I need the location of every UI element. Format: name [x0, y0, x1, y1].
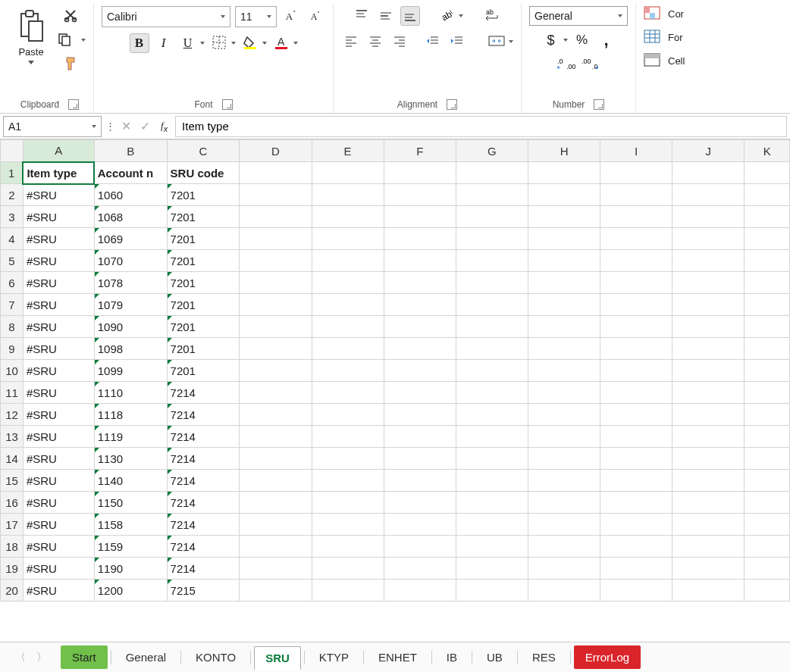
cell[interactable]	[384, 272, 456, 294]
decrease-decimal-button[interactable]: .00.0	[581, 55, 600, 74]
cell[interactable]	[240, 558, 312, 580]
column-header[interactable]: A	[23, 140, 94, 162]
cell[interactable]	[600, 580, 672, 602]
cut-button[interactable]	[61, 6, 80, 26]
cell[interactable]	[384, 558, 456, 580]
cell[interactable]	[384, 162, 456, 184]
cell[interactable]: 1118	[94, 404, 167, 426]
copy-button[interactable]	[55, 30, 74, 50]
cell[interactable]	[672, 360, 745, 382]
sheet-tab[interactable]: KTYP	[308, 645, 360, 669]
cell[interactable]	[312, 360, 384, 382]
orientation-button[interactable]: ab	[437, 6, 456, 26]
cell[interactable]: 7215	[167, 580, 240, 602]
cell[interactable]	[672, 162, 745, 184]
row-header[interactable]: 6	[1, 272, 24, 294]
cell[interactable]	[528, 448, 600, 470]
cell[interactable]	[384, 250, 456, 272]
font-color-button[interactable]: A	[271, 33, 291, 53]
cell[interactable]: 7214	[167, 470, 240, 492]
cell[interactable]	[456, 184, 528, 206]
cell[interactable]: #SRU	[23, 250, 94, 272]
column-header[interactable]: C	[167, 140, 240, 162]
cell[interactable]	[456, 426, 528, 448]
row-header[interactable]: 3	[1, 206, 24, 228]
cell[interactable]	[672, 206, 745, 228]
cell[interactable]	[745, 470, 790, 492]
cell[interactable]	[745, 360, 790, 382]
cell[interactable]	[672, 338, 745, 360]
cell[interactable]	[456, 228, 528, 250]
cell[interactable]: 1119	[94, 426, 167, 448]
cell[interactable]	[240, 536, 312, 558]
cell[interactable]	[600, 448, 672, 470]
align-right-button[interactable]	[390, 32, 409, 52]
cell[interactable]	[384, 360, 456, 382]
cell[interactable]	[240, 294, 312, 316]
cell[interactable]	[745, 514, 790, 536]
cell[interactable]: #SRU	[23, 536, 94, 558]
cell[interactable]	[600, 206, 672, 228]
cell[interactable]	[384, 404, 456, 426]
enter-icon[interactable]: ✓	[137, 119, 153, 133]
cell[interactable]	[312, 338, 384, 360]
cell[interactable]: 1090	[94, 316, 167, 338]
row-header[interactable]: 4	[1, 228, 24, 250]
cell[interactable]: #SRU	[23, 514, 94, 536]
cell[interactable]	[528, 404, 600, 426]
cell[interactable]	[456, 448, 528, 470]
cell[interactable]: 7214	[167, 448, 240, 470]
conditional-formatting-button[interactable]: Cor	[644, 6, 684, 22]
cell[interactable]	[672, 580, 745, 602]
cell[interactable]	[240, 470, 312, 492]
chevron-down-icon[interactable]	[459, 14, 463, 17]
cell[interactable]: 7201	[167, 316, 240, 338]
cell[interactable]	[600, 426, 672, 448]
cell[interactable]	[745, 228, 790, 250]
fx-icon[interactable]: fx	[156, 120, 172, 133]
column-header[interactable]: G	[456, 140, 528, 162]
row-header[interactable]: 8	[1, 316, 24, 338]
increase-font-button[interactable]: A˄	[281, 7, 301, 27]
cell[interactable]	[384, 294, 456, 316]
cell[interactable]	[745, 338, 790, 360]
cell[interactable]: 7214	[167, 404, 240, 426]
cell[interactable]	[240, 382, 312, 404]
cell[interactable]: 1060	[94, 184, 167, 206]
dialog-launcher-icon[interactable]	[447, 99, 457, 110]
cell[interactable]	[600, 514, 672, 536]
cell[interactable]	[672, 272, 745, 294]
cell[interactable]	[240, 338, 312, 360]
cell[interactable]: 7214	[167, 426, 240, 448]
row-header[interactable]: 9	[1, 338, 24, 360]
format-as-table-button[interactable]: For	[644, 30, 683, 45]
row-header[interactable]: 1	[1, 162, 24, 184]
cell[interactable]	[456, 404, 528, 426]
cell[interactable]	[240, 316, 312, 338]
row-header[interactable]: 15	[1, 470, 24, 492]
cell[interactable]	[672, 228, 745, 250]
cell[interactable]	[600, 470, 672, 492]
cell[interactable]	[384, 382, 456, 404]
cell[interactable]: #SRU	[23, 294, 94, 316]
cell[interactable]: 7201	[167, 228, 240, 250]
row-header[interactable]: 18	[1, 536, 24, 558]
cell[interactable]	[456, 338, 528, 360]
sheet-tab[interactable]: IB	[435, 645, 469, 669]
cell[interactable]: 7214	[167, 492, 240, 514]
chevron-down-icon[interactable]	[81, 39, 86, 42]
column-header[interactable]: F	[384, 140, 456, 162]
cell[interactable]	[240, 162, 312, 184]
column-header[interactable]: D	[240, 140, 312, 162]
column-header[interactable]: I	[600, 140, 672, 162]
formula-bar[interactable]	[175, 116, 787, 137]
cell[interactable]: 7201	[167, 360, 240, 382]
align-left-button[interactable]	[341, 32, 361, 52]
underline-button[interactable]: U	[178, 33, 198, 53]
row-header[interactable]: 10	[1, 360, 24, 382]
cell[interactable]	[312, 272, 384, 294]
cell[interactable]: #SRU	[23, 360, 94, 382]
row-header[interactable]: 16	[1, 492, 24, 514]
cell[interactable]	[745, 382, 790, 404]
cell[interactable]	[528, 184, 600, 206]
